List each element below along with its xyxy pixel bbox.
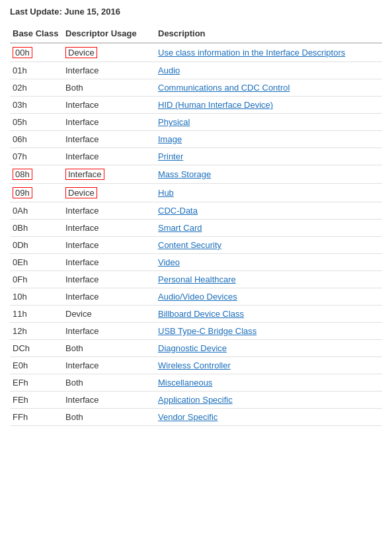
description-link[interactable]: Vendor Specific [158, 412, 217, 422]
cell-description[interactable]: Smart Card [155, 220, 382, 237]
cell-description[interactable]: Content Security [155, 237, 382, 254]
cell-base-class: 10h [10, 288, 63, 306]
cell-base-class: 09h [10, 184, 63, 202]
cell-base-class: 02h [10, 79, 63, 97]
cell-base-class: 0Dh [10, 237, 63, 254]
last-update-label: Last Update: June 15, 2016 [10, 7, 382, 17]
cell-description[interactable]: Personal Healthcare [155, 271, 382, 288]
description-link[interactable]: CDC-Data [158, 206, 198, 216]
description-link[interactable]: Mass Storage [158, 169, 211, 179]
cell-base-class: 08h [10, 165, 63, 184]
cell-description[interactable]: USB Type-C Bridge Class [155, 323, 382, 340]
cell-descriptor-usage: Interface [63, 165, 155, 184]
description-link[interactable]: Application Specific [158, 395, 233, 405]
cell-description[interactable]: Application Specific [155, 392, 382, 409]
cell-base-class: 00h [10, 43, 63, 62]
table-row: 03hInterfaceHID (Human Interface Device) [10, 97, 382, 114]
table-row: 0DhInterfaceContent Security [10, 237, 382, 254]
col-header-base-class: Base Class [10, 24, 63, 43]
highlighted-descriptor-usage: Interface [65, 169, 104, 180]
cell-description[interactable]: Video [155, 254, 382, 271]
cell-descriptor-usage: Both [63, 79, 155, 97]
description-link[interactable]: Wireless Controller [158, 360, 231, 370]
description-link[interactable]: Audio [158, 65, 180, 75]
description-link[interactable]: Personal Healthcare [158, 274, 236, 284]
cell-description[interactable]: Vendor Specific [155, 409, 382, 426]
cell-descriptor-usage: Interface [63, 97, 155, 114]
description-link[interactable]: Image [158, 134, 182, 144]
cell-description[interactable]: Wireless Controller [155, 357, 382, 374]
description-link[interactable]: USB Type-C Bridge Class [158, 326, 256, 336]
cell-description[interactable]: Use class information in the Interface D… [155, 43, 382, 62]
cell-descriptor-usage: Device [63, 184, 155, 202]
table-row: 07hInterfacePrinter [10, 148, 382, 165]
cell-base-class: EFh [10, 374, 63, 392]
cell-descriptor-usage: Interface [63, 357, 155, 374]
cell-description[interactable]: Communications and CDC Control [155, 79, 382, 97]
description-link[interactable]: Communications and CDC Control [158, 83, 290, 93]
highlighted-base-class: 09h [13, 187, 32, 198]
cell-base-class: 12h [10, 323, 63, 340]
table-row: 08hInterfaceMass Storage [10, 165, 382, 184]
table-row: DChBothDiagnostic Device [10, 340, 382, 357]
cell-descriptor-usage: Interface [63, 288, 155, 306]
description-link[interactable]: Use class information in the Interface D… [158, 48, 345, 58]
cell-description[interactable]: Audio [155, 62, 382, 79]
table-row: FEhInterfaceApplication Specific [10, 392, 382, 409]
description-link[interactable]: Printer [158, 151, 183, 161]
cell-descriptor-usage: Interface [63, 114, 155, 131]
cell-description[interactable]: Audio/Video Devices [155, 288, 382, 306]
table-row: E0hInterfaceWireless Controller [10, 357, 382, 374]
cell-description[interactable]: Mass Storage [155, 165, 382, 184]
cell-description[interactable]: Image [155, 131, 382, 148]
table-row: 0FhInterfacePersonal Healthcare [10, 271, 382, 288]
description-link[interactable]: Smart Card [158, 223, 202, 233]
table-row: EFhBothMiscellaneous [10, 374, 382, 392]
cell-description[interactable]: Printer [155, 148, 382, 165]
description-link[interactable]: HID (Human Interface Device) [158, 100, 273, 110]
cell-description[interactable]: Miscellaneous [155, 374, 382, 392]
description-link[interactable]: Content Security [158, 240, 221, 250]
cell-descriptor-usage: Interface [63, 323, 155, 340]
cell-descriptor-usage: Device [63, 306, 155, 323]
cell-base-class: 06h [10, 131, 63, 148]
cell-descriptor-usage: Interface [63, 62, 155, 79]
cell-descriptor-usage: Both [63, 409, 155, 426]
cell-descriptor-usage: Interface [63, 271, 155, 288]
cell-base-class: 0Fh [10, 271, 63, 288]
cell-description[interactable]: CDC-Data [155, 202, 382, 220]
description-link[interactable]: Miscellaneous [158, 378, 212, 388]
cell-base-class: 11h [10, 306, 63, 323]
cell-base-class: 07h [10, 148, 63, 165]
col-header-descriptor-usage: Descriptor Usage [63, 24, 155, 43]
description-link[interactable]: Physical [158, 117, 190, 127]
description-link[interactable]: Billboard Device Class [158, 309, 244, 319]
col-header-description: Description [155, 24, 382, 43]
highlighted-base-class: 08h [13, 169, 32, 180]
cell-description[interactable]: HID (Human Interface Device) [155, 97, 382, 114]
cell-base-class: 0Eh [10, 254, 63, 271]
description-link[interactable]: Video [158, 257, 180, 267]
cell-base-class: FEh [10, 392, 63, 409]
usb-class-table: Base Class Descriptor Usage Description … [10, 24, 382, 426]
description-link[interactable]: Diagnostic Device [158, 343, 227, 353]
cell-base-class: 03h [10, 97, 63, 114]
cell-descriptor-usage: Interface [63, 220, 155, 237]
table-row: 06hInterfaceImage [10, 131, 382, 148]
cell-description[interactable]: Hub [155, 184, 382, 202]
table-row: 12hInterfaceUSB Type-C Bridge Class [10, 323, 382, 340]
table-row: 02hBothCommunications and CDC Control [10, 79, 382, 97]
cell-description[interactable]: Billboard Device Class [155, 306, 382, 323]
table-row: FFhBothVendor Specific [10, 409, 382, 426]
cell-description[interactable]: Diagnostic Device [155, 340, 382, 357]
description-link[interactable]: Audio/Video Devices [158, 292, 237, 302]
description-link[interactable]: Hub [158, 188, 174, 198]
cell-descriptor-usage: Both [63, 374, 155, 392]
table-row: 0EhInterfaceVideo [10, 254, 382, 271]
highlighted-descriptor-usage: Device [65, 187, 97, 198]
table-row: 11hDeviceBillboard Device Class [10, 306, 382, 323]
cell-descriptor-usage: Interface [63, 392, 155, 409]
cell-description[interactable]: Physical [155, 114, 382, 131]
cell-base-class: 0Ah [10, 202, 63, 220]
cell-descriptor-usage: Interface [63, 202, 155, 220]
